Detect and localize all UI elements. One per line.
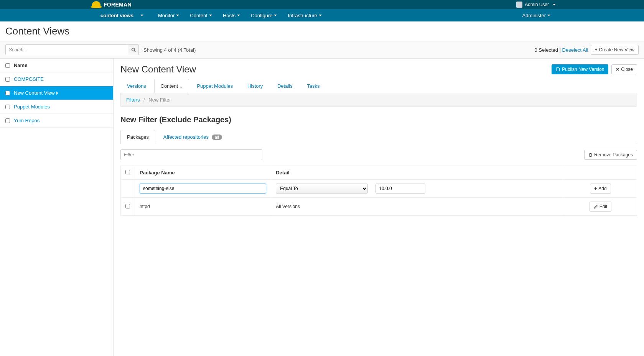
- affected-badge: all: [212, 135, 222, 140]
- filter-input[interactable]: [120, 149, 262, 160]
- operator-select[interactable]: Equal To: [276, 184, 368, 194]
- caret-down-icon: [547, 15, 550, 16]
- edit-icon: [594, 205, 598, 209]
- section-title: New Filter (Exclude Packages): [120, 115, 637, 124]
- cell-detail: All Versions: [271, 198, 564, 216]
- nav-configure[interactable]: Configure: [245, 10, 282, 21]
- tab-versions[interactable]: Versions: [120, 79, 153, 93]
- breadcrumb-filters-link[interactable]: Filters: [126, 97, 140, 103]
- caret-down-icon: [274, 15, 277, 16]
- breadcrumb-sep: /: [141, 97, 147, 103]
- th-actions: [564, 166, 637, 180]
- search-input[interactable]: [5, 44, 128, 55]
- sidebar-item-yum-repos[interactable]: Yum Repos: [0, 114, 113, 128]
- cell-package-name: httpd: [135, 198, 271, 216]
- subtab-packages[interactable]: Packages: [120, 130, 155, 144]
- deselect-all-link[interactable]: Deselect All: [562, 47, 588, 53]
- tab-history[interactable]: History: [241, 79, 269, 93]
- brand: FOREMAN: [104, 2, 132, 8]
- page-title-bar: Content Views: [0, 21, 644, 41]
- add-package-button[interactable]: +Add: [590, 184, 611, 194]
- row-checkbox[interactable]: [125, 204, 130, 208]
- nav-infrastructure[interactable]: Infrastructure: [282, 10, 327, 21]
- package-name-input[interactable]: [140, 184, 266, 194]
- tab-details[interactable]: Details: [271, 79, 299, 93]
- subtab-affected-repositories[interactable]: Affected repositories all: [157, 130, 229, 144]
- showing-text: Showing 4 of 4 (4 Total): [143, 47, 196, 53]
- search-icon: [131, 48, 136, 52]
- edit-package-button[interactable]: Edit: [590, 202, 612, 212]
- selected-count: 0 Selected | Deselect All: [535, 47, 588, 53]
- caret-down-icon: [176, 15, 179, 16]
- tabs: Versions Content ⌄ Puppet Modules Histor…: [120, 79, 637, 93]
- tab-puppet-modules[interactable]: Puppet Modules: [190, 79, 239, 93]
- th-detail: Detail: [271, 166, 564, 180]
- nav-administer[interactable]: Administer: [517, 10, 556, 21]
- toolbar: Showing 4 of 4 (4 Total) 0 Selected | De…: [0, 41, 644, 59]
- close-button[interactable]: ✕Close: [611, 64, 637, 74]
- row-checkbox[interactable]: [5, 91, 10, 95]
- chevron-right-icon: [56, 92, 58, 95]
- topbar: FOREMAN Admin User: [0, 0, 644, 9]
- row-checkbox[interactable]: [5, 105, 10, 109]
- sidebar: Name COMPOSITE New Content View Puppet M…: [0, 59, 114, 356]
- sidebar-item-label[interactable]: Puppet Modules: [14, 104, 50, 110]
- logo-icon: [92, 1, 100, 8]
- sidebar-item-composite[interactable]: COMPOSITE: [0, 72, 113, 86]
- row-checkbox[interactable]: [5, 77, 10, 82]
- list-header: Name: [0, 59, 113, 72]
- tab-content[interactable]: Content ⌄: [154, 79, 189, 93]
- main-title: New Content View: [120, 64, 196, 75]
- publish-icon: [556, 67, 560, 72]
- sidebar-item-label[interactable]: COMPOSITE: [14, 76, 44, 82]
- close-icon: ✕: [616, 67, 619, 72]
- caret-down-icon: [237, 15, 240, 16]
- caret-down-icon: [140, 15, 143, 16]
- nav-context[interactable]: content views: [95, 10, 139, 21]
- select-all-packages-checkbox[interactable]: [125, 170, 130, 174]
- svg-line-1: [134, 51, 135, 52]
- breadcrumb-current: New Filter: [148, 97, 171, 103]
- table-row: httpd All Versions Edit: [121, 198, 637, 216]
- th-package-name: Package Name: [135, 166, 271, 180]
- sidebar-item-label[interactable]: New Content View: [14, 90, 58, 96]
- sidebar-item-puppet-modules[interactable]: Puppet Modules: [0, 100, 113, 114]
- sidebar-item-new-content-view[interactable]: New Content View: [0, 86, 113, 100]
- nav-content[interactable]: Content: [184, 10, 217, 21]
- nav-monitor[interactable]: Monitor: [153, 10, 184, 21]
- packages-table: Package Name Detail Equal To: [120, 166, 637, 216]
- caret-down-icon: [553, 4, 556, 5]
- publish-new-version-button[interactable]: Publish New Version: [552, 64, 608, 74]
- select-all-checkbox[interactable]: [5, 63, 10, 68]
- new-package-row: Equal To +Add: [121, 180, 637, 198]
- main: New Content View Publish New Version ✕Cl…: [114, 59, 644, 356]
- navbar: content views Monitor Content Hosts Conf…: [0, 9, 644, 21]
- create-new-view-button[interactable]: +Create New View: [591, 45, 639, 55]
- tab-tasks[interactable]: Tasks: [300, 79, 326, 93]
- nav-context-caret[interactable]: [139, 12, 149, 19]
- row-checkbox[interactable]: [5, 118, 10, 123]
- breadcrumb: Filters / New Filter: [120, 93, 637, 107]
- chevron-down-icon: ⌄: [180, 84, 183, 89]
- nav-hosts[interactable]: Hosts: [217, 10, 245, 21]
- plus-icon: +: [594, 186, 597, 191]
- subtabs: Packages Affected repositories all: [120, 130, 637, 144]
- plus-icon: +: [595, 47, 598, 52]
- caret-down-icon: [209, 15, 212, 16]
- sidebar-item-label[interactable]: Yum Repos: [14, 118, 40, 123]
- list-header-name: Name: [14, 62, 27, 68]
- version-input[interactable]: [376, 184, 425, 194]
- th-checkbox: [121, 166, 135, 180]
- filter-bar: Remove Packages: [120, 144, 637, 166]
- trash-icon: [588, 153, 593, 157]
- page-title: Content Views: [5, 25, 639, 37]
- svg-point-0: [132, 48, 135, 51]
- user-name: Admin User: [525, 2, 549, 7]
- search-button[interactable]: [128, 44, 139, 55]
- caret-down-icon: [319, 15, 322, 16]
- user-menu[interactable]: Admin User: [516, 2, 556, 8]
- search-wrap: [5, 44, 139, 55]
- main-header: New Content View Publish New Version ✕Cl…: [120, 64, 637, 75]
- topbar-left: FOREMAN: [92, 1, 132, 8]
- remove-packages-button[interactable]: Remove Packages: [584, 150, 637, 160]
